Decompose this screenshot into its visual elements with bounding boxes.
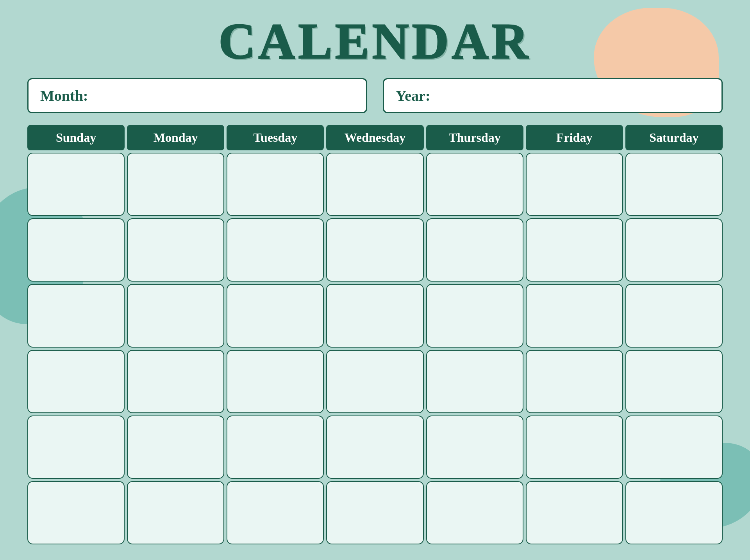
header-wednesday: Wednesday [326, 125, 423, 150]
day-cell[interactable] [625, 481, 723, 544]
day-cell[interactable] [326, 481, 423, 544]
day-cell[interactable] [27, 153, 125, 216]
week-row-2 [27, 218, 723, 282]
week-row-6 [27, 481, 723, 544]
day-cell[interactable] [227, 153, 324, 216]
day-cell[interactable] [27, 481, 125, 544]
day-cell[interactable] [625, 153, 723, 216]
header-saturday: Saturday [625, 125, 723, 150]
day-cell[interactable] [227, 218, 324, 282]
day-cell[interactable] [326, 350, 423, 413]
day-cell[interactable] [426, 416, 523, 479]
day-cell[interactable] [426, 218, 523, 282]
day-cell[interactable] [625, 350, 723, 413]
day-cell[interactable] [27, 350, 125, 413]
day-cell[interactable] [127, 350, 224, 413]
day-cell[interactable] [227, 481, 324, 544]
day-cell[interactable] [127, 481, 224, 544]
day-cell[interactable] [326, 284, 423, 347]
day-cell[interactable] [426, 153, 523, 216]
header-monday: Monday [127, 125, 224, 150]
calendar-grid: Sunday Monday Tuesday Wednesday Thursday… [27, 125, 723, 544]
day-cell[interactable] [625, 218, 723, 282]
month-label: Month: [40, 87, 88, 104]
day-cell[interactable] [526, 416, 623, 479]
day-cell[interactable] [127, 416, 224, 479]
week-row-5 [27, 416, 723, 479]
day-cell[interactable] [227, 284, 324, 347]
day-cell[interactable] [127, 284, 224, 347]
day-cell[interactable] [27, 218, 125, 282]
day-cell[interactable] [426, 481, 523, 544]
day-headers-row: Sunday Monday Tuesday Wednesday Thursday… [27, 125, 723, 150]
page-container: CALENDAR Month: Year: Sunday Monday Tues… [0, 0, 750, 560]
year-label: Year: [396, 87, 430, 104]
day-cell[interactable] [526, 153, 623, 216]
week-row-4 [27, 350, 723, 413]
day-cell[interactable] [426, 350, 523, 413]
day-cell[interactable] [127, 153, 224, 216]
day-cell[interactable] [326, 218, 423, 282]
day-cell[interactable] [625, 416, 723, 479]
day-cell[interactable] [625, 284, 723, 347]
header-sunday: Sunday [27, 125, 125, 150]
month-box: Month: [27, 78, 367, 113]
meta-row: Month: Year: [27, 78, 723, 113]
day-cell[interactable] [227, 350, 324, 413]
weeks-container [27, 153, 723, 544]
week-row-3 [27, 284, 723, 347]
week-row-1 [27, 153, 723, 216]
day-cell[interactable] [127, 218, 224, 282]
year-box: Year: [383, 78, 723, 113]
header-tuesday: Tuesday [227, 125, 324, 150]
day-cell[interactable] [227, 416, 324, 479]
day-cell[interactable] [526, 284, 623, 347]
day-cell[interactable] [426, 284, 523, 347]
day-cell[interactable] [526, 481, 623, 544]
page-title: CALENDAR [219, 16, 532, 66]
day-cell[interactable] [326, 153, 423, 216]
header-thursday: Thursday [426, 125, 523, 150]
day-cell[interactable] [326, 416, 423, 479]
day-cell[interactable] [526, 218, 623, 282]
day-cell[interactable] [526, 350, 623, 413]
day-cell[interactable] [27, 284, 125, 347]
header-friday: Friday [526, 125, 623, 150]
day-cell[interactable] [27, 416, 125, 479]
